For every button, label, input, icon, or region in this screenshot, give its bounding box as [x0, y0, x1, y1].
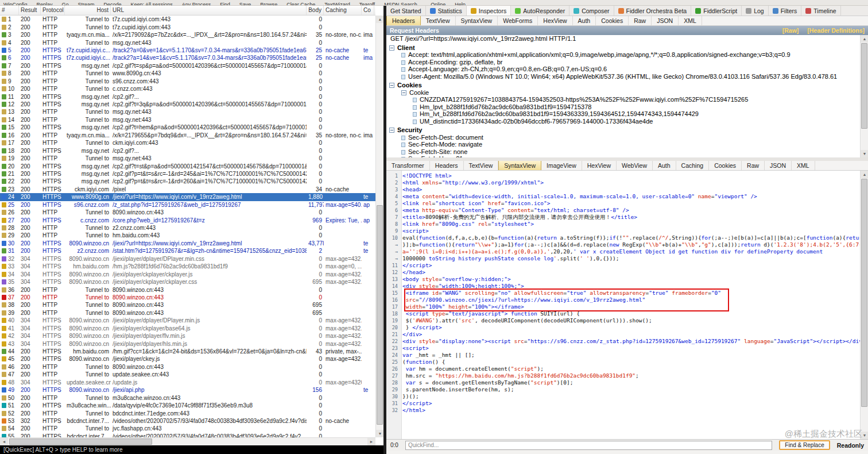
- headers-vertical-scrollbar[interactable]: ▲ ▼: [860, 35, 868, 157]
- session-row[interactable]: 9200HTTPTunnel tos96.cnzz.com:4430: [0, 78, 375, 85]
- session-row[interactable]: 4200HTTPTunnel tomsg.qy.net:4430: [0, 39, 375, 46]
- response-tab-hexview[interactable]: HexView: [582, 161, 617, 170]
- scroll-left-icon[interactable]: ◄: [0, 438, 8, 445]
- scroll-right-icon[interactable]: ►: [367, 438, 375, 445]
- session-row[interactable]: 37200HTTPTunnel to8090.winzoo.cn:4430: [0, 294, 375, 301]
- session-row[interactable]: 31200HTTPSz2.cnzz.com/stat.htm?id=127591…: [0, 247, 375, 255]
- session-row[interactable]: 1200HTTPTunnel tot7z.cupid.iqiyi.com:443…: [0, 16, 375, 23]
- session-row[interactable]: 33304HTTPShm.baidu.com/hm.js?b288f1fd6d7…: [0, 263, 375, 270]
- session-row[interactable]: 6200HTTPSt7z.cupid.iqiyi.c.../track2?a=1…: [0, 54, 375, 61]
- scroll-down-icon[interactable]: ▼: [376, 430, 384, 437]
- toolbar-item-find[interactable]: Find: [220, 2, 230, 6]
- request-tab-textview[interactable]: TextView: [421, 16, 456, 25]
- request-tab-cookies[interactable]: Cookies: [596, 16, 629, 25]
- session-row[interactable]: 27200HTTPSc.cnzz.com/core.php?web_id=127…: [0, 216, 375, 224]
- response-tab-webview[interactable]: WebView: [617, 161, 653, 170]
- tab-fiddlerscript[interactable]: FiddlerScript: [691, 6, 742, 16]
- response-tab-transformer[interactable]: Transformer: [386, 161, 430, 170]
- response-tab-imageview[interactable]: ImageView: [541, 161, 582, 170]
- header-definitions-link[interactable]: [Header Definitions]: [807, 27, 865, 34]
- toolbar-item-save[interactable]: Save: [239, 2, 251, 6]
- raw-link[interactable]: [Raw]: [782, 27, 799, 34]
- tab-log[interactable]: Log: [742, 6, 769, 16]
- session-row[interactable]: 34304HTTPS8090.winzoo.cn/jiexi/player/ck…: [0, 270, 375, 278]
- collapse-icon[interactable]: [389, 83, 394, 88]
- request-tab-raw[interactable]: Raw: [629, 16, 652, 25]
- session-row[interactable]: 23200HTTPSckm.iqiyi.com/pixel34no-cache: [0, 186, 375, 193]
- session-row[interactable]: 50200HTTPTunnel tom3u8cache.winzoo.cn:44…: [0, 394, 375, 401]
- scroll-up-icon[interactable]: ▲: [861, 35, 868, 43]
- request-tab-headers[interactable]: Headers: [386, 16, 421, 25]
- session-row[interactable]: 47200HTTPTunnel toupdate.seakee.cn:4430: [0, 371, 375, 378]
- find-replace-button[interactable]: Find & Replace: [779, 440, 830, 450]
- session-row[interactable]: 18200HTTPSmsg.qy.net/cp2.gif?...0: [0, 147, 375, 154]
- session-row[interactable]: 16200HTTPtyaqy.m.cn.mia.../x/k=2179655&p…: [0, 132, 375, 139]
- session-row[interactable]: 44200HTTPShm.baidu.com/hm.gif?cc=1&ck=1&…: [0, 348, 375, 355]
- tab-filters[interactable]: Filters: [769, 6, 802, 16]
- scroll-down-icon[interactable]: ▼: [861, 150, 868, 157]
- session-vertical-scrollbar[interactable]: ▲ ▼: [375, 16, 383, 437]
- session-row[interactable]: 43304HTTPS8090.winzoo.cn/jiexi/player/dp…: [0, 340, 375, 347]
- scroll-up-icon[interactable]: ▲: [376, 16, 384, 23]
- tab-autoresponder[interactable]: AutoResponder: [511, 6, 569, 16]
- toolbar-item-clear-cache[interactable]: Clear Cache: [286, 2, 315, 6]
- scrollbar-thumb[interactable]: [377, 205, 383, 425]
- session-row[interactable]: 17200HTTPTunnel tockm.iqiyi.com:4430: [0, 139, 375, 147]
- column-header-num[interactable]: #: [0, 6, 19, 15]
- request-tab-json[interactable]: JSON: [652, 16, 679, 25]
- session-row[interactable]: 36200HTTPTunnel to8090.winzoo.cn:4430: [0, 286, 375, 293]
- session-row[interactable]: 28200HTTPTunnel toz2.cnzz.com:4430: [0, 224, 375, 232]
- session-row[interactable]: 19200HTTPTunnel tomsg.qy.net:4430: [0, 155, 375, 162]
- response-tab-xml[interactable]: XML: [792, 161, 815, 170]
- session-row[interactable]: 7200HTTPSmsg.qy.net/cp2.gif?t=sp&p=a&od=…: [0, 62, 375, 70]
- column-header-protocol[interactable]: Protocol: [41, 6, 65, 15]
- column-header-host[interactable]: Host: [65, 6, 111, 15]
- tab-get-started[interactable]: Get Started: [386, 6, 426, 16]
- session-row[interactable]: 24200HTTPSwww.8090g.cn/jiexi/?url=https:…: [0, 193, 375, 201]
- session-row[interactable]: 3200HTTPtyaqy.m.cn.mia.../x/k=2179092&p=…: [0, 31, 375, 39]
- column-header-body[interactable]: Body: [307, 6, 324, 15]
- session-row[interactable]: 12200HTTPSmsg.qy.net/cp2.gif?t=3q&p=a&od…: [0, 101, 375, 108]
- toolbar-item-online[interactable]: Online: [431, 2, 445, 6]
- response-tab-textview[interactable]: TextView: [464, 161, 499, 170]
- session-row[interactable]: 45200HTTPS8090.winzoo.cn/jiexi/player/ck…: [0, 355, 375, 363]
- session-row[interactable]: 42304HTTPS8090.winzoo.cn/jiexi/player/dp…: [0, 332, 375, 340]
- session-row[interactable]: 35304HTTPS8090.winzoo.cn/jiexi/player/ck…: [0, 278, 375, 286]
- toolbar-item-keep-all-sessions[interactable]: Keep: All sessions: [131, 2, 173, 6]
- quickfind-input[interactable]: [405, 441, 772, 450]
- column-header-caching[interactable]: Caching: [324, 6, 362, 15]
- tab-timeline[interactable]: Timeline: [801, 6, 840, 16]
- session-row[interactable]: 46200HTTPTunnel to8090.winzoo.cn:4430: [0, 363, 375, 371]
- syntaxview-code-area[interactable]: 1<!DOCTYPE html>2<html xmlns="http://www…: [386, 171, 868, 439]
- request-tab-webforms[interactable]: WebForms: [498, 16, 538, 25]
- column-header-co[interactable]: Co: [362, 6, 374, 15]
- tab-fiddler-orchestra-beta[interactable]: Fiddler Orchestra Beta: [614, 6, 692, 16]
- request-tab-hexview[interactable]: HexView: [538, 16, 572, 25]
- toolbar-item-winconfig[interactable]: WinConfig: [3, 2, 28, 6]
- scroll-down-icon[interactable]: ▼: [861, 432, 868, 439]
- response-tab-headers[interactable]: Headers: [430, 161, 464, 170]
- session-row[interactable]: 21200HTTPSmsg.qy.net/cp2.gif?p=t&t=s&rc=…: [0, 170, 375, 178]
- response-tab-raw[interactable]: Raw: [742, 161, 765, 170]
- toolbar-item-tearoff[interactable]: Tearoff: [359, 2, 375, 6]
- scroll-up-icon[interactable]: ▲: [861, 171, 868, 178]
- session-row[interactable]: 48304HTTPSupdate.seakee.cn/update.js0max…: [0, 379, 375, 386]
- code-vertical-scrollbar[interactable]: ▲ ▼: [860, 171, 868, 439]
- toolbar-item-browse[interactable]: Browse: [260, 2, 277, 6]
- scrollbar-thumb[interactable]: [861, 43, 867, 129]
- session-row[interactable]: 53302HTTPSbdcdnct.inter.7.../videos/othe…: [0, 417, 375, 425]
- session-row[interactable]: 55200HTTPSbdcdnct.inter.7.../videos/othe…: [0, 433, 375, 437]
- quickexec-bar[interactable]: [QuickExec] ALT+Q > type HELP to learn m…: [0, 445, 383, 454]
- session-row[interactable]: 40304HTTPS8090.winzoo.cn/jiexi/player/dp…: [0, 317, 375, 324]
- toolbar-item-replay[interactable]: Replay: [37, 2, 53, 6]
- session-row[interactable]: 8200HTTPTunnel towww.8090g.cn:4430: [0, 70, 375, 77]
- session-row[interactable]: 25200HTTPSs96.cnzz.com/z_stat.php?id=127…: [0, 201, 375, 209]
- response-tab-cookies[interactable]: Cookies: [709, 161, 742, 170]
- session-row[interactable]: 20200HTTPSmsg.qy.net/cp2.gif?t=st&p=a&od…: [0, 162, 375, 170]
- session-row[interactable]: 26200HTTPTunnel to8090.winzoo.cn:4430: [0, 209, 375, 216]
- collapse-icon[interactable]: [389, 45, 394, 51]
- session-row[interactable]: 39200HTTPTunnel to8090.winzoo.cn:443695: [0, 309, 375, 317]
- tab-inspectors[interactable]: Inspectors: [467, 6, 511, 16]
- toolbar-item-textwizard[interactable]: TextWizard: [324, 2, 350, 6]
- collapse-icon[interactable]: [389, 128, 394, 133]
